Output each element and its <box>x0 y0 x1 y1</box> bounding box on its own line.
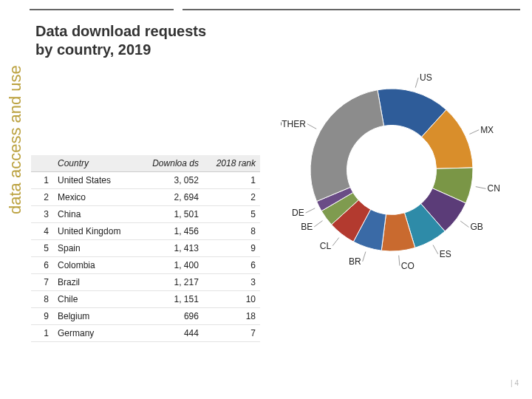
slice-label-us: US <box>420 72 432 83</box>
table-row: 8Chile1, 15110 <box>31 291 260 308</box>
table-row: 3China1, 5015 <box>31 206 260 223</box>
page-title: Data download requests by country, 2019 <box>35 22 213 59</box>
table-row: 2Mexico2, 6942 <box>31 189 260 206</box>
table-row: 5Spain1, 4139 <box>31 240 260 257</box>
svg-line-1 <box>469 130 479 134</box>
page-number: | 4 <box>511 379 519 387</box>
svg-line-6 <box>363 252 366 262</box>
svg-line-7 <box>332 238 339 246</box>
slice-other <box>310 90 383 202</box>
table-row: 7Brazil1, 2173 <box>31 274 260 291</box>
table-row: 9Belgium69618 <box>31 308 260 325</box>
slice-label-cl: CL <box>320 241 332 251</box>
svg-line-4 <box>433 245 438 254</box>
table-row: 4United Kingdom1, 4568 <box>31 223 260 240</box>
col-country: Country <box>53 155 138 172</box>
svg-line-10 <box>307 124 316 129</box>
col-downloads: Downloa ds <box>138 155 203 172</box>
slice-label-be: BE <box>301 222 313 232</box>
svg-line-5 <box>399 256 400 266</box>
donut-chart: USMXCNGBESCOBRCLBEDEOTHER <box>281 44 525 288</box>
col-rank2018: 2018 rank <box>203 155 260 172</box>
downloads-table: Country Downloa ds 2018 rank 1United Sta… <box>31 155 260 342</box>
svg-line-8 <box>314 221 322 227</box>
svg-line-9 <box>306 208 316 213</box>
section-label: data access and use <box>6 65 25 214</box>
slice-label-co: CO <box>401 261 415 271</box>
slice-label-mx: MX <box>480 125 494 135</box>
slice-label-de: DE <box>292 208 304 218</box>
table-row: 1Germany4447 <box>31 325 260 342</box>
slice-label-cn: CN <box>488 183 500 194</box>
slice-label-other: OTHER <box>281 119 306 129</box>
table-row: 1United States3, 0521 <box>31 172 260 189</box>
svg-line-0 <box>415 78 418 87</box>
top-rule <box>30 9 520 10</box>
slice-label-gb: GB <box>470 222 482 232</box>
slice-label-es: ES <box>440 249 451 259</box>
top-rule-break <box>174 7 183 12</box>
svg-line-3 <box>460 221 468 227</box>
slice-label-br: BR <box>349 256 361 267</box>
svg-line-2 <box>476 187 486 189</box>
table-row: 6Colombia1, 4006 <box>31 257 260 274</box>
